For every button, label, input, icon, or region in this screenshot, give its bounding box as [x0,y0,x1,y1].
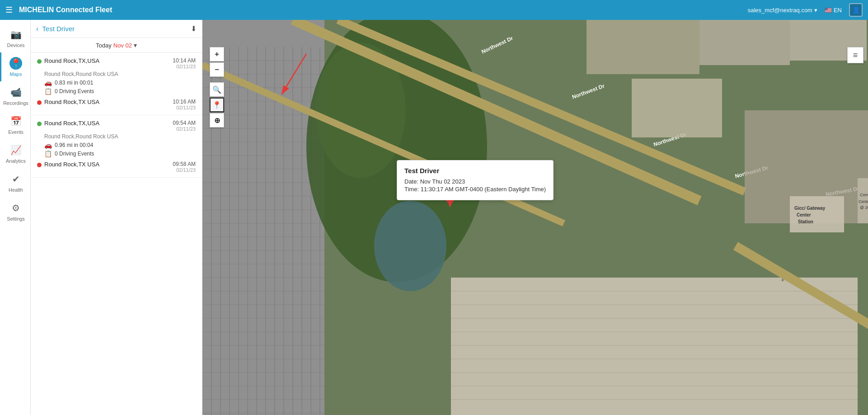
trip-events: 0 Driving Events [55,88,94,94]
menu-icon[interactable]: ☰ [5,5,13,15]
account-dropdown-icon: ▾ [814,7,817,14]
sidebar-item-maps[interactable]: 📍 Maps [0,52,30,81]
settings-icon: ⚙ [9,202,22,214]
sidebar-item-devices[interactable]: 📷 Devices [0,24,30,52]
trip-events-row: 📋 0 Driving Events [44,150,196,157]
svg-text:Gicc/ Gateway: Gicc/ Gateway [794,206,826,211]
sidebar-label-settings: Settings [7,216,25,222]
trip-end-date: 02/11/23 [173,105,196,110]
account-email: sales_mcf@nextraq.com [748,7,812,14]
trip-date: 02/11/23 [173,64,196,69]
trips-list: Round Rock,TX,USA 10:14 AM 02/11/23 Roun… [31,53,202,415]
map-area[interactable]: Northwest Dr Northwest Dr Northwest Dr N… [202,20,868,415]
locate-button[interactable]: ⊕ [210,113,224,127]
trip-events-row: 📋 0 Driving Events [44,88,196,95]
trip-date: 02/11/23 [173,126,196,132]
date-value: Nov 02 [113,42,132,49]
header: ☰ MICHELIN Connected Fleet sales_mcf@nex… [0,0,868,20]
health-icon: ✔ [9,173,22,185]
trip-end-time: 09:58 AM 02/11/23 [173,161,196,173]
svg-rect-57 [451,278,858,415]
svg-text:+: + [781,276,784,283]
trip-end-header: Round Rock,TX USA 09:58 AM 02/11/23 [37,161,196,173]
trip-distance-row: 🚗 0.96 mi in 00:04 [44,141,196,149]
events-icon: 📅 [9,115,22,127]
zoom-in-button[interactable]: + [210,47,224,61]
status-dot-red [37,163,42,167]
trip-end-location: Round Rock,TX USA [37,99,99,105]
sidebar-label-devices: Devices [7,42,24,48]
svg-rect-55 [699,20,790,65]
layers-button[interactable]: ≡ [847,47,863,63]
language-selector[interactable]: 🇺🇸 EN [825,7,842,14]
svg-text:Convent: Convent [860,193,868,197]
trip-events: 0 Driving Events [55,151,94,157]
trip-header: Round Rock,TX,USA 09:54 AM 02/11/23 [37,120,196,132]
map-background: Northwest Dr Northwest Dr Northwest Dr N… [202,20,868,415]
calendar-icon: 📋 [44,88,52,95]
svg-text:@ 2020: @ 2020 [860,205,868,210]
trip-end-time: 10:16 AM 02/11/23 [173,99,196,110]
search-map-button[interactable]: 🔍 [210,82,224,97]
sidebar-item-recordings[interactable]: 📹 Recordings [0,81,30,110]
sidebar-item-events[interactable]: 📅 Events [0,110,30,139]
trip-time-value: 10:14 AM [173,57,196,64]
svg-point-44 [374,201,446,291]
map-popup: Test Driver Date: Nov Thu 02 2023 Time: … [397,160,554,200]
trip-item[interactable]: Round Rock,TX,USA 09:54 AM 02/11/23 Roun… [31,115,202,178]
svg-text:Center: Center [797,212,811,217]
trip-header: Round Rock,TX,USA 10:14 AM 02/11/23 [37,57,196,69]
layers-icon: ≡ [853,51,858,60]
popup-time-value: 11:30:17 AM GMT-0400 (Eastern Daylight T… [421,186,546,193]
sidebar-label-recordings: Recordings [3,100,28,106]
download-button[interactable]: ⬇ [191,24,197,33]
popup-time-label: Time: [404,186,419,193]
sidebar-item-health[interactable]: ✔ Health [0,168,30,197]
trip-start-location: Round Rock,TX,USA [37,57,99,64]
status-dot-green [37,122,42,126]
recordings-icon: 📹 [9,86,22,99]
popup-date-row: Date: Nov Thu 02 2023 [404,178,546,185]
trip-distance: 0.83 mi in 00:01 [55,80,93,86]
map-controls: + − 🔍 📍 ⊕ [210,47,224,127]
main-content: 📷 Devices 📍 Maps 📹 Recordings 📅 Events 📈… [0,20,868,415]
flag-icon: 🇺🇸 [825,7,832,14]
account-selector[interactable]: sales_mcf@nextraq.com ▾ [748,7,817,14]
analytics-icon: 📈 [9,144,22,156]
trip-end-location: Round Rock,TX USA [37,161,99,168]
trip-start-name: Round Rock,TX,USA [44,120,99,127]
today-label: Today [96,42,112,49]
trip-start-location: Round Rock,TX,USA [37,120,99,127]
status-dot-green [37,59,42,64]
devices-icon: 📷 [9,28,22,41]
trip-end-time-value: 10:16 AM [173,99,196,105]
panel-title: Test Driver [42,25,187,33]
trip-end-name: Round Rock,TX USA [44,99,99,105]
trip-end-time-value: 09:58 AM [173,161,196,167]
calendar-icon: 📋 [44,150,52,157]
sidebar-item-analytics[interactable]: 📈 Analytics [0,139,30,168]
trip-stats: 🚗 0.83 mi in 00:01 📋 0 Driving Events [44,79,196,95]
sidebar-label-analytics: Analytics [6,158,26,164]
car-icon: 🚗 [44,141,52,149]
sidebar-label-events: Events [8,129,23,135]
pin-button[interactable]: 📍 [210,98,224,112]
popup-date-value: Nov Thu 02 2023 [420,178,465,185]
trips-panel: ‹ Test Driver ⬇ Today Nov 02 ▾ Round Roc… [31,20,202,415]
trip-distance: 0.96 mi in 00:04 [55,142,93,148]
status-dot-red [37,100,42,105]
app-title: MICHELIN Connected Fleet [19,6,748,14]
back-button[interactable]: ‹ [36,25,38,33]
date-bar: Today Nov 02 ▾ [31,38,202,53]
maps-icon: 📍 [9,57,22,70]
zoom-out-button[interactable]: − [210,62,224,77]
sidebar-item-settings[interactable]: ⚙ Settings [0,197,30,226]
header-right: sales_mcf@nextraq.com ▾ 🇺🇸 EN 👤 [748,3,863,17]
date-dropdown-icon[interactable]: ▾ [134,42,137,49]
sidebar-nav: 📷 Devices 📍 Maps 📹 Recordings 📅 Events 📈… [0,20,31,415]
user-avatar[interactable]: 👤 [849,3,863,17]
trip-time-value: 09:54 AM [173,120,196,126]
sidebar-label-health: Health [9,187,23,193]
trip-item[interactable]: Round Rock,TX,USA 10:14 AM 02/11/23 Roun… [31,53,202,115]
trip-start-name: Round Rock,TX,USA [44,57,99,64]
